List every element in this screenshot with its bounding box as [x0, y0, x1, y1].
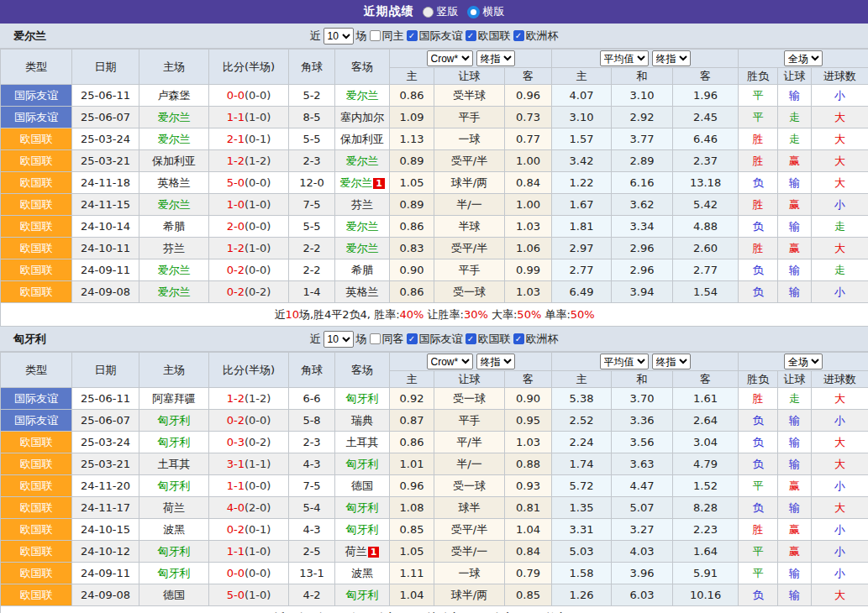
avg-away: 13.18	[673, 172, 739, 194]
league-filter-friendly[interactable]: ✓ 国际友谊	[407, 332, 463, 347]
col-avg-draw: 和	[612, 371, 673, 388]
result-goals: 小	[812, 475, 868, 497]
bookmaker-stage-select[interactable]: 终指	[476, 354, 515, 369]
recent-count-select[interactable]: 10	[324, 28, 354, 45]
section-header: 匈牙利 近 10 场 同客 ✓ 国际友谊 ✓ 欧国联 ✓ 欧洲杯	[0, 327, 868, 352]
odds-handicap: 球半	[434, 497, 505, 519]
layout-option-horizontal[interactable]: 横版	[467, 4, 505, 19]
bookmaker-select[interactable]: Crow*	[427, 354, 473, 369]
odds-handicap: 受平/半	[434, 519, 505, 541]
same-venue-filter[interactable]: 同主	[370, 29, 404, 44]
summary-segment: 30%	[464, 308, 488, 321]
match-date: 24-09-08	[72, 584, 139, 606]
match-row: 欧国联25-03-24匈牙利0-3(0-2)2-3土耳其0.86平/半1.032…	[1, 432, 868, 453]
average-group: 平均值终指	[552, 50, 739, 68]
away-team: 爱尔兰1	[335, 172, 390, 194]
checkbox-icon[interactable]: ✓	[407, 30, 418, 41]
scope-group: 全场	[739, 353, 868, 371]
avg-home: 2.52	[552, 410, 612, 432]
result-wdl: 负	[739, 172, 778, 194]
result-goals: 大	[812, 584, 868, 606]
radio-icon[interactable]	[423, 7, 434, 18]
odds-handicap: 受一球	[434, 388, 505, 410]
league-filter-euro-label: 欧洲杯	[526, 29, 559, 44]
avg-draw: 6.16	[612, 172, 673, 194]
same-venue-filter[interactable]: 同客	[370, 332, 404, 347]
match-row: 欧国联25-03-21保加利亚1-2(1-2)2-3爱尔兰0.89受平/半1.0…	[1, 150, 868, 172]
league-filter-nations-league[interactable]: ✓ 欧国联	[466, 332, 511, 347]
corner-score: 5-8	[289, 410, 335, 432]
corner-score: 8-5	[289, 107, 335, 128]
result-goals: 走	[812, 259, 868, 281]
score-fulltime: 1-1	[227, 479, 245, 492]
result-goals: 大	[812, 107, 868, 128]
match-type: 欧国联	[1, 497, 72, 519]
odds-home: 0.83	[390, 238, 434, 259]
result-handicap: 输	[778, 584, 812, 606]
match-type: 欧国联	[1, 128, 72, 150]
layout-option-vertical[interactable]: 竖版	[423, 4, 459, 19]
league-filter-euro[interactable]: ✓ 欧洲杯	[513, 29, 559, 44]
bookmaker-select[interactable]: Crow*	[427, 50, 473, 66]
corner-score: 2-3	[289, 432, 335, 453]
col-home: 主场	[139, 353, 209, 388]
score-cell: 3-1(1-1)	[209, 453, 289, 475]
odds-handicap: 一球	[434, 128, 505, 150]
summary-segment: 让胜率:	[423, 308, 464, 321]
checkbox-icon[interactable]: ✓	[513, 30, 524, 41]
checkbox-icon[interactable]: ✓	[407, 333, 418, 344]
league-filter-nations-league[interactable]: ✓ 欧国联	[466, 29, 511, 44]
radio-icon[interactable]	[467, 6, 480, 18]
score-halftime: (1-0)	[245, 111, 271, 123]
odds-home: 0.87	[390, 410, 434, 432]
col-crow-away: 客	[505, 68, 552, 85]
checkbox-icon[interactable]: ✓	[466, 30, 476, 41]
match-date: 24-09-11	[72, 563, 139, 584]
checkbox-icon[interactable]: ✓	[513, 333, 524, 344]
match-row: 欧国联25-03-21土耳其3-1(1-1)4-3匈牙利1.01半/一0.881…	[1, 453, 868, 475]
checkbox-icon[interactable]: ✓	[466, 333, 476, 344]
league-filter-euro[interactable]: ✓ 欧洲杯	[513, 332, 559, 347]
odds-home: 0.86	[390, 216, 434, 238]
page-title: 近期战绩	[364, 4, 414, 19]
avg-draw: 3.96	[612, 563, 673, 584]
average-select[interactable]: 平均值	[600, 50, 649, 66]
average-select[interactable]: 平均值	[600, 354, 649, 369]
match-type: 欧国联	[1, 238, 72, 259]
average-stage-select[interactable]: 终指	[652, 50, 691, 66]
corner-score: 5-4	[289, 497, 335, 519]
result-goals: 大	[812, 150, 868, 172]
odds-handicap: 受平/半	[434, 150, 505, 172]
checkbox-icon[interactable]	[370, 30, 381, 41]
scope-select[interactable]: 全场	[784, 354, 823, 369]
score-halftime: (0-0)	[245, 220, 271, 233]
average-stage-select[interactable]: 终指	[652, 354, 691, 369]
away-team: 匈牙利	[335, 584, 390, 606]
avg-draw: 3.27	[612, 519, 673, 541]
odds-away: 1.00	[505, 194, 552, 216]
avg-draw: 3.56	[612, 432, 673, 453]
avg-away: 2.60	[673, 238, 739, 259]
avg-away: 1.96	[673, 85, 739, 107]
score-fulltime: 0-2	[227, 264, 245, 276]
score-halftime: (0-0)	[245, 176, 271, 189]
avg-home: 6.49	[552, 281, 612, 303]
score-fulltime: 0-0	[227, 89, 245, 102]
recent-count-select[interactable]: 10	[324, 331, 354, 348]
match-date: 24-11-17	[72, 497, 139, 519]
match-row: 国际友谊25-06-07匈牙利0-2(0-0)5-8瑞典0.87平手0.952.…	[1, 410, 868, 432]
result-handicap: 输	[778, 172, 812, 194]
odds-handicap: 半/一	[434, 194, 505, 216]
match-row: 欧国联24-09-08德国5-0(1-0)4-2匈牙利1.04球半/两0.851…	[1, 584, 868, 606]
score-cell: 0-3(0-2)	[209, 432, 289, 453]
avg-away: 1.64	[673, 541, 739, 563]
home-team: 爱尔兰	[139, 259, 209, 281]
scope-select[interactable]: 全场	[784, 50, 823, 66]
bookmaker-stage-select[interactable]: 终指	[476, 50, 515, 66]
away-team: 塞内加尔	[335, 107, 390, 128]
checkbox-icon[interactable]	[370, 333, 381, 344]
score-cell: 1-1(0-0)	[209, 475, 289, 497]
odds-away: 0.95	[505, 410, 552, 432]
league-filter-friendly[interactable]: ✓ 国际友谊	[407, 29, 463, 44]
away-team: 芬兰	[335, 194, 390, 216]
